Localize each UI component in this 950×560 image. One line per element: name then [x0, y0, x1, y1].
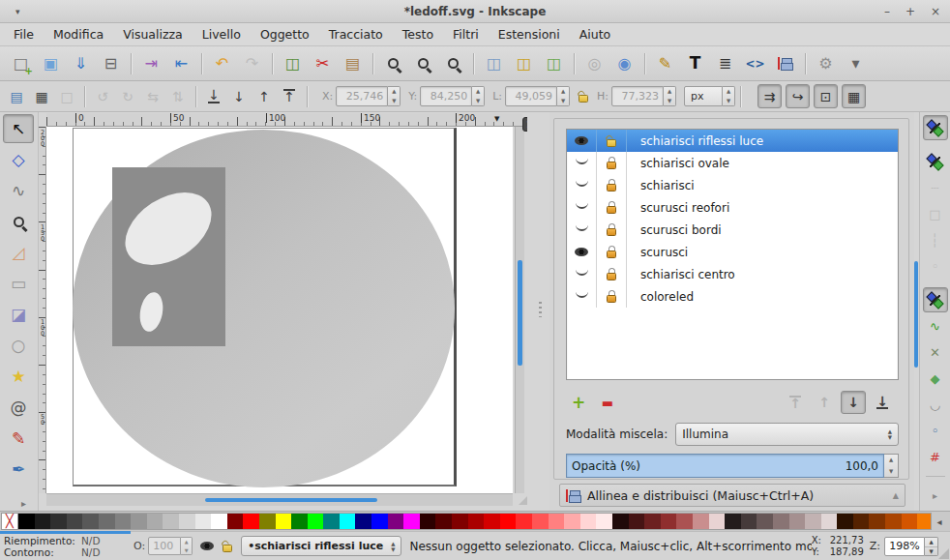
minimize-button[interactable]: – [884, 1, 890, 22]
menu-estensioni[interactable]: Estensioni [489, 24, 570, 44]
unit-spinner[interactable]: ▲▼ [723, 86, 735, 106]
palette-swatch[interactable] [291, 514, 308, 530]
layer-row[interactable]: schiarisci [567, 174, 898, 196]
lock-closed-icon[interactable] [597, 174, 626, 196]
tool-rectangle-button[interactable]: ▭ [3, 269, 34, 298]
eye-open-icon[interactable] [567, 241, 596, 263]
palette-swatch[interactable] [676, 514, 693, 530]
snap-bbox-corners-button[interactable]: □ [923, 201, 948, 226]
palette-swatch[interactable] [18, 514, 35, 530]
palette-swatch[interactable] [773, 514, 789, 530]
palette-swatch[interactable] [629, 514, 645, 530]
snap-paths-button[interactable]: ∿ [923, 313, 948, 339]
highlight-ellipse-large[interactable] [112, 177, 225, 280]
lock-ratio-icon[interactable] [578, 90, 589, 103]
window-resize-grip[interactable] [938, 548, 949, 559]
save-document-button[interactable]: ⇓ [66, 50, 96, 77]
lock-closed-icon[interactable] [597, 285, 626, 308]
raise-layer-to-top-button[interactable]: ↑ [783, 391, 808, 414]
palette-swatch[interactable] [869, 514, 885, 530]
highlight-ellipse-small[interactable] [137, 290, 166, 333]
xml-editor-button[interactable]: <> [740, 50, 770, 77]
eye-closed-icon[interactable] [567, 285, 596, 308]
height-spinner[interactable]: ▲▼ [664, 86, 676, 106]
snap-smooth-nodes-button[interactable]: ◡ [923, 392, 948, 417]
eye-closed-icon[interactable] [567, 174, 596, 196]
tool-pen-button[interactable]: ✒ [3, 455, 34, 484]
snap-path-intersections-button[interactable]: ✕ [923, 339, 948, 365]
zoom-field[interactable]: 198% [884, 537, 925, 556]
tool-selector-button[interactable]: ↖ [3, 114, 34, 143]
snap-bbox-edge-midpoints-button[interactable]: ┆ [923, 227, 948, 252]
y-input[interactable]: 84,250 [420, 86, 472, 106]
palette-swatch[interactable] [211, 514, 227, 530]
palette-swatch[interactable] [516, 514, 532, 530]
layer-opacity-slider[interactable]: Opacità (%) 100,0 [566, 454, 884, 478]
duplicate-button[interactable]: ◫ [479, 50, 509, 77]
lock-closed-icon[interactable] [597, 196, 626, 219]
tool-spiral-button[interactable]: @ [3, 393, 34, 422]
lower-layer-button[interactable]: ↓ [841, 391, 866, 414]
palette-swatch[interactable] [403, 514, 420, 530]
snapbar-expander-button[interactable]: ▸ [923, 483, 948, 508]
menu-oggetto[interactable]: Oggetto [251, 24, 319, 44]
zoom-drawing-button[interactable] [408, 50, 438, 77]
canvas-viewport[interactable] [46, 127, 513, 493]
vertical-ruler[interactable]: 20015010050 [39, 127, 46, 493]
palette-swatch[interactable] [99, 514, 115, 530]
palette-swatch[interactable] [259, 514, 276, 530]
tool-star-button[interactable]: ★ [3, 362, 34, 391]
eye-closed-icon[interactable] [567, 152, 596, 174]
palette-swatch[interactable] [50, 514, 67, 530]
palette-swatch[interactable] [35, 514, 51, 530]
menu-aiuto[interactable]: Aiuto [570, 24, 621, 44]
select-all-layers-button[interactable]: ▦ [29, 85, 54, 108]
palette-swatch[interactable] [757, 514, 773, 530]
fill-stroke-dialog-button[interactable]: ✎ [650, 50, 680, 77]
lock-open-icon[interactable] [597, 130, 626, 152]
palette-swatch[interactable] [661, 514, 677, 530]
dark-rectangle-shape[interactable] [112, 167, 225, 346]
eye-closed-icon[interactable] [567, 263, 596, 285]
x-input[interactable]: 25,746 [336, 86, 388, 106]
print-document-button[interactable]: ⊟ [96, 50, 126, 77]
tool-ellipse-button[interactable]: ○ [3, 331, 34, 360]
deselect-button[interactable]: □ [54, 85, 79, 108]
unlink-clone-button[interactable]: ◫ [539, 50, 569, 77]
text-dialog-button[interactable]: T [680, 50, 710, 77]
palette-swatch[interactable] [821, 514, 838, 530]
palette-swatch[interactable] [580, 514, 597, 530]
layer-row[interactable]: scurusci reofori [567, 196, 898, 219]
snap-bbox-centers-button[interactable]: ◦ [923, 253, 948, 279]
palette-swatch[interactable] [789, 514, 806, 530]
snap-bbox-edges-button[interactable]: ┄ [923, 175, 948, 200]
lock-closed-icon[interactable] [597, 152, 626, 174]
snap-bbox-button[interactable] [923, 149, 948, 174]
palette-swatch[interactable] [195, 514, 212, 530]
layer-row[interactable]: schiarisci centro [567, 263, 898, 285]
width-spinner[interactable]: ▲▼ [557, 86, 570, 106]
current-layer-select[interactable]: •schiarisci riflessi luce ▲▼ [241, 536, 401, 556]
layer-lock-icon[interactable] [222, 540, 233, 552]
menu-visualizza[interactable]: Visualizza [113, 24, 193, 44]
x-spinner[interactable]: ▲▼ [388, 86, 401, 106]
align-dialog-button[interactable] [770, 50, 800, 77]
palette-swatch[interactable] [644, 514, 661, 530]
layers-dialog-button[interactable]: ≣ [710, 50, 740, 77]
palette-swatch[interactable] [340, 514, 356, 530]
lock-closed-icon[interactable] [597, 263, 626, 285]
palette-swatch[interactable] [564, 514, 580, 530]
palette-swatch[interactable] [549, 514, 565, 530]
eye-closed-icon[interactable] [567, 219, 596, 241]
window-menu-icon[interactable]: ▾ [15, 7, 20, 16]
menu-filtri[interactable]: Filtri [443, 24, 489, 44]
palette-swatch[interactable] [693, 514, 709, 530]
palette-swatch[interactable] [371, 514, 388, 530]
redo-button[interactable]: ↷ [237, 50, 267, 77]
vertical-scrollbar-thumb[interactable] [518, 260, 522, 366]
object-opacity-field[interactable]: 100 [148, 537, 181, 555]
flip-vertical-button[interactable]: ⇅ [165, 85, 191, 108]
palette-swatch[interactable] [805, 514, 821, 530]
menu-file[interactable]: File [4, 24, 44, 44]
align-distribute-bar[interactable]: Allinea e distribuisci (Maiusc+Ctrl+A) ▲ [559, 484, 905, 507]
